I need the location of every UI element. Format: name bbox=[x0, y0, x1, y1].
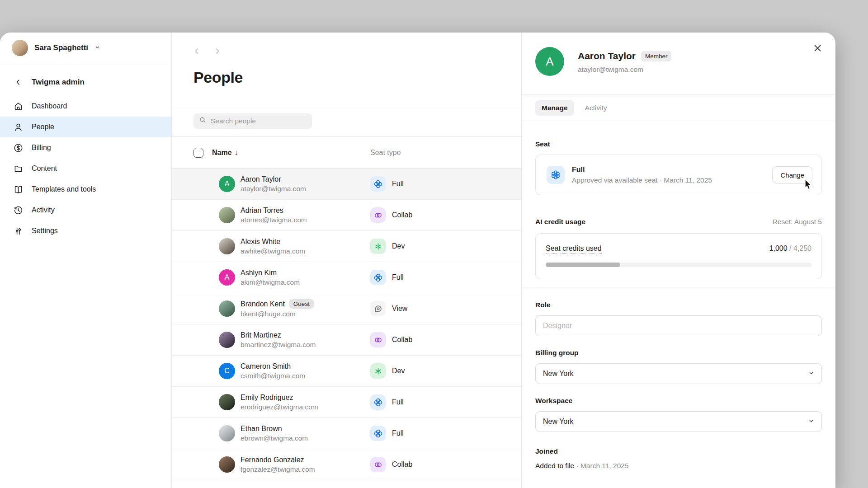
member-detail-panel: A Aaron Taylor Member ataylor@twigma.com… bbox=[521, 33, 835, 488]
role-label: Role bbox=[535, 301, 822, 309]
sidebar-item-settings[interactable]: Settings bbox=[0, 221, 171, 241]
seat-value: Full bbox=[572, 166, 772, 174]
search-row bbox=[172, 105, 521, 137]
person-email: fgonzalez@twigma.com bbox=[241, 465, 315, 474]
seat-type-column-header: Seat type bbox=[370, 149, 401, 157]
workspace-select[interactable]: New York bbox=[535, 411, 822, 432]
forward-arrow-icon[interactable] bbox=[212, 45, 223, 57]
joined-label: Joined bbox=[535, 447, 822, 455]
sidebar-item-content[interactable]: Content bbox=[0, 158, 171, 179]
seat-type-cell: Collab bbox=[370, 332, 412, 347]
person-name: Ashlyn Kim bbox=[241, 269, 300, 277]
tab-manage[interactable]: Manage bbox=[535, 100, 574, 116]
collab-seat-icon bbox=[370, 457, 386, 472]
seat-type-cell: Full bbox=[370, 426, 404, 441]
home-icon bbox=[13, 101, 24, 112]
sidebar-item-activity[interactable]: Activity bbox=[0, 200, 171, 221]
app-window: Sara Spaghetti Twigma admin DashboardPeo… bbox=[0, 33, 835, 488]
table-row[interactable]: Alexis White awhite@twigma.com Dev bbox=[172, 231, 521, 262]
table-row[interactable]: AAaron Taylor ataylor@twigma.com Full bbox=[172, 169, 521, 200]
search-box[interactable] bbox=[193, 113, 312, 129]
member-header: A Aaron Taylor Member ataylor@twigma.com bbox=[522, 33, 835, 95]
table-header: Name ↓ Seat type bbox=[172, 137, 521, 169]
user-name: Sara Spaghetti bbox=[34, 43, 88, 52]
ai-usage-card: Seat credits used 1,000 / 4,250 bbox=[535, 233, 822, 279]
member-avatar: A bbox=[535, 47, 564, 76]
main-header: People bbox=[172, 33, 521, 105]
chevron-down-icon bbox=[94, 44, 100, 52]
table-row[interactable]: AAshlyn Kim akim@twigma.com Full bbox=[172, 262, 521, 293]
panel-tabs: ManageActivity bbox=[522, 95, 835, 121]
back-arrow-icon[interactable] bbox=[191, 45, 203, 57]
person-email: ebrown@twigma.com bbox=[241, 434, 308, 442]
workspace-back[interactable]: Twigma admin bbox=[0, 71, 171, 93]
seat-section-label: Seat bbox=[535, 140, 822, 148]
person-email: awhite@twigma.com bbox=[241, 247, 305, 255]
sidebar-item-dashboard[interactable]: Dashboard bbox=[0, 96, 171, 117]
person-email: erodriguez@twigma.com bbox=[241, 403, 318, 411]
sidebar: Sara Spaghetti Twigma admin DashboardPeo… bbox=[0, 33, 172, 488]
full-seat-icon bbox=[547, 166, 565, 184]
sidebar-nav: Twigma admin DashboardPeopleBillingConte… bbox=[0, 63, 171, 241]
view-seat-icon bbox=[370, 301, 386, 316]
table-row[interactable]: Brit Martinez bmartinez@twigma.com Colla… bbox=[172, 324, 521, 356]
person-email: bkent@huge.com bbox=[241, 310, 314, 318]
table-row[interactable]: Emily Rodriguez erodriguez@twigma.com Fu… bbox=[172, 387, 521, 418]
change-seat-button[interactable]: Change bbox=[772, 166, 812, 183]
sliders-icon bbox=[13, 225, 24, 236]
avatar bbox=[219, 425, 235, 441]
avatar bbox=[219, 207, 235, 223]
search-input[interactable] bbox=[211, 117, 301, 125]
tab-activity[interactable]: Activity bbox=[579, 100, 613, 116]
seat-type-cell: Dev bbox=[370, 239, 405, 254]
role-input[interactable] bbox=[535, 315, 822, 336]
person-email: atorres@twigma.com bbox=[241, 216, 307, 224]
person-email: akim@twigma.com bbox=[241, 278, 300, 286]
seat-type-cell: Full bbox=[370, 176, 404, 192]
book-icon bbox=[13, 184, 24, 195]
sidebar-item-people[interactable]: People bbox=[0, 117, 171, 137]
sidebar-item-billing[interactable]: Billing bbox=[0, 137, 171, 158]
page-title: People bbox=[193, 69, 521, 86]
ai-reset-date: Reset: August 5 bbox=[773, 218, 822, 226]
ai-usage-values: 1,000 / 4,250 bbox=[769, 244, 811, 253]
billing-group-select[interactable]: New York bbox=[535, 363, 822, 384]
seat-type-label: Collab bbox=[392, 336, 412, 344]
person-name: Cameron Smith bbox=[241, 362, 305, 371]
name-column-header[interactable]: Name ↓ bbox=[212, 149, 238, 157]
seat-type-cell: Collab bbox=[370, 207, 412, 223]
seat-type-label: Dev bbox=[392, 367, 405, 375]
user-avatar bbox=[12, 40, 28, 56]
person-email: ataylor@twigma.com bbox=[241, 185, 306, 193]
account-menu[interactable]: Sara Spaghetti bbox=[0, 33, 171, 63]
person-name: Ethan Brown bbox=[241, 425, 308, 433]
table-row[interactable]: CCameron Smith csmith@twigma.com Dev bbox=[172, 356, 521, 387]
avatar: C bbox=[219, 363, 235, 379]
ai-section-label: AI credit usage bbox=[535, 218, 585, 226]
table-row[interactable]: Fernando Gonzalez fgonzalez@twigma.com C… bbox=[172, 449, 521, 480]
seat-type-label: Dev bbox=[392, 242, 405, 250]
people-pane: People Name ↓ Seat type AAaron Taylor at… bbox=[172, 33, 521, 488]
select-all-checkbox[interactable] bbox=[193, 148, 203, 158]
section-divider bbox=[522, 287, 835, 287]
sidebar-item-templates-and-tools[interactable]: Templates and tools bbox=[0, 179, 171, 200]
guest-badge: Guest bbox=[289, 299, 314, 309]
seat-type-label: Full bbox=[392, 398, 404, 406]
billing-group-label: Billing group bbox=[535, 349, 822, 357]
table-row[interactable]: Adrian Torres atorres@twigma.com Collab bbox=[172, 200, 521, 231]
workspace-label: Workspace bbox=[535, 397, 822, 405]
person-icon bbox=[13, 122, 24, 132]
seat-type-label: Collab bbox=[392, 211, 412, 219]
table-row[interactable]: Brandon KentGuest bkent@huge.com View bbox=[172, 293, 521, 324]
seat-description: Approved via available seat · March 11, … bbox=[572, 176, 772, 184]
table-row[interactable]: Ethan Brown ebrown@twigma.com Full bbox=[172, 418, 521, 449]
close-icon[interactable] bbox=[810, 41, 825, 55]
folder-icon bbox=[13, 163, 24, 174]
person-name: Alexis White bbox=[241, 238, 305, 246]
full-seat-icon bbox=[370, 394, 386, 410]
ai-metric-label: Seat credits used bbox=[546, 244, 602, 254]
person-name: Aaron Taylor bbox=[241, 175, 306, 183]
person-name: Brit Martinez bbox=[241, 331, 316, 339]
dev-seat-icon bbox=[370, 239, 386, 254]
search-icon bbox=[199, 116, 207, 126]
